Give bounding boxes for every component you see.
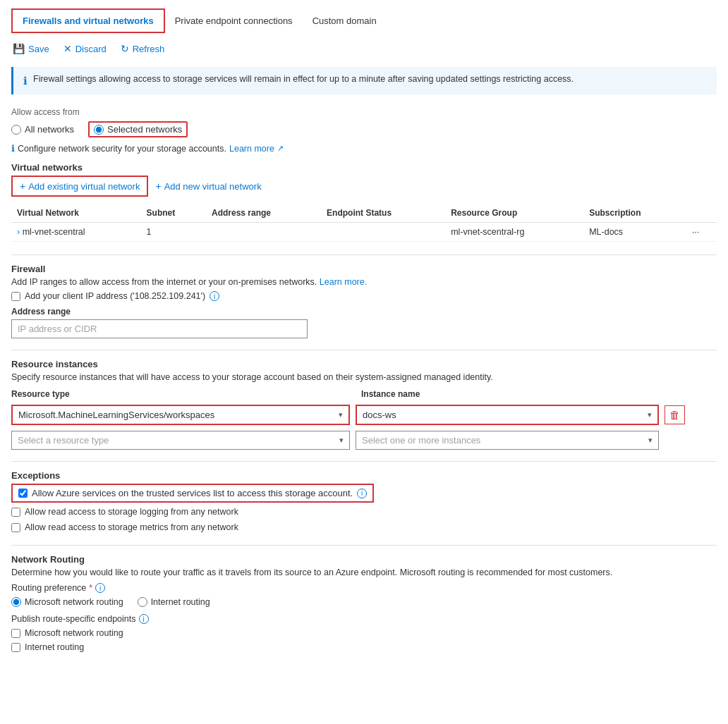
info-banner-icon: ℹ	[23, 75, 28, 87]
resource-row-2: Select a resource type ▾ Select one or m…	[11, 431, 717, 450]
instance-name-col-label: Instance name	[361, 389, 670, 399]
resource-type-dropdown-1[interactable]: Microsoft.MachineLearningServices/worksp…	[11, 405, 350, 425]
access-label: Allow access from	[11, 107, 717, 117]
address-range-label: Address range	[11, 307, 717, 317]
address-range-field: Address range	[11, 307, 717, 338]
vnet-table: Virtual Network Subnet Address range End…	[11, 204, 717, 242]
firewall-description: Add IP ranges to allow access from the i…	[11, 277, 717, 287]
exception-checkbox-2[interactable]	[11, 523, 20, 532]
exception-item-2[interactable]: Allow read access to storage metrics fro…	[11, 522, 717, 532]
col-virtual-network: Virtual Network	[11, 204, 141, 223]
external-link-icon: ↗	[277, 144, 284, 153]
client-ip-checkbox[interactable]: Add your client IP address ('108.252.109…	[11, 291, 717, 301]
col-subnet: Subnet	[141, 204, 206, 223]
network-routing-title: Network Routing	[11, 554, 717, 565]
network-routing-desc: Determine how you would like to route yo…	[11, 567, 717, 577]
tab-firewalls[interactable]: Firewalls and virtual networks	[11, 8, 165, 33]
vnet-name-cell: › ml-vnet-scentral	[11, 223, 141, 242]
access-info-line: ℹ Configure network security for your st…	[11, 143, 717, 154]
publish-microsoft-checkbox[interactable]	[11, 629, 20, 638]
resource-type-chevron-2: ▾	[339, 436, 344, 445]
client-ip-info-icon: i	[210, 291, 219, 301]
network-routing-section: Network Routing Determine how you would …	[11, 554, 717, 652]
vnet-address-cell	[206, 223, 321, 242]
instance-name-dropdown-2[interactable]: Select one or more instances ▾	[356, 431, 659, 450]
vnet-endpoint-cell	[321, 223, 445, 242]
publish-label: Publish route-specific endpoints i	[11, 614, 717, 624]
delete-resource-row-1-button[interactable]: 🗑	[665, 405, 685, 424]
resource-instances-desc: Specify resource instances that will hav…	[11, 372, 717, 382]
resource-type-col-label: Resource type	[11, 389, 356, 399]
publish-info-icon: i	[139, 614, 149, 624]
add-vnet-group: + Add existing virtual network + Add new…	[11, 176, 717, 197]
instance-name-chevron-2: ▾	[648, 436, 653, 445]
col-actions	[686, 204, 717, 223]
tab-bar: Firewalls and virtual networks Private e…	[11, 8, 717, 33]
exception-checkbox-0[interactable]	[18, 489, 28, 498]
vnet-subnet-cell: 1	[141, 223, 206, 242]
publish-internet-routing[interactable]: Internet routing	[11, 642, 717, 652]
exception-item-1[interactable]: Allow read access to storage logging fro…	[11, 507, 717, 517]
resource-type-dropdown-2[interactable]: Select a resource type ▾	[11, 431, 350, 450]
instance-name-chevron-1: ▾	[648, 410, 652, 419]
refresh-button[interactable]: ↻ Refresh	[119, 40, 166, 57]
tab-custom-domain[interactable]: Custom domain	[303, 10, 387, 32]
access-section: Allow access from All networks Selected …	[11, 107, 717, 154]
refresh-icon: ↻	[121, 43, 129, 54]
microsoft-routing-radio[interactable]: Microsoft network routing	[11, 597, 123, 607]
access-radio-group: All networks Selected networks	[11, 121, 717, 137]
selected-networks-radio[interactable]: Selected networks	[88, 121, 188, 137]
col-subscription: Subscription	[583, 204, 686, 223]
publish-internet-checkbox[interactable]	[11, 643, 20, 652]
exceptions-section: Exceptions Allow Azure services on the t…	[11, 470, 717, 532]
tab-private-endpoints[interactable]: Private endpoint connections	[165, 10, 303, 32]
plus-icon-new: +	[155, 180, 161, 192]
vnet-rg-cell: ml-vnet-scentral-rg	[445, 223, 583, 242]
firewall-learn-more-link[interactable]: Learn more.	[320, 277, 367, 287]
publish-microsoft-routing[interactable]: Microsoft network routing	[11, 628, 717, 638]
info-banner: ℹ Firewall settings allowing access to s…	[11, 67, 717, 94]
vnet-sub-cell: ML-docs	[583, 223, 686, 242]
resource-row-1: Microsoft.MachineLearningServices/worksp…	[11, 405, 717, 425]
vnet-more-cell[interactable]: ···	[686, 223, 717, 242]
firewall-section: Firewall Add IP ranges to allow access f…	[11, 264, 717, 338]
virtual-networks-section: Virtual networks + Add existing virtual …	[11, 162, 717, 242]
exception-info-icon-0: i	[357, 489, 367, 498]
row-expand-chevron[interactable]: ›	[17, 227, 20, 237]
exception-checkbox-1[interactable]	[11, 508, 20, 517]
ip-address-input[interactable]	[11, 319, 308, 338]
save-icon: 💾	[13, 43, 25, 54]
col-resource-group: Resource Group	[445, 204, 583, 223]
discard-button[interactable]: ✕ Discard	[62, 40, 108, 57]
toolbar: 💾 Save ✕ Discard ↻ Refresh	[11, 40, 717, 57]
save-button[interactable]: 💾 Save	[11, 40, 51, 57]
exceptions-title: Exceptions	[11, 470, 717, 481]
all-networks-radio[interactable]: All networks	[11, 124, 74, 135]
resource-instances-title: Resource instances	[11, 359, 717, 369]
virtual-networks-title: Virtual networks	[11, 162, 717, 173]
routing-pref-info-icon: i	[95, 583, 105, 593]
table-row: › ml-vnet-scentral 1 ml-vnet-scentral-rg…	[11, 223, 717, 242]
required-star: *	[89, 583, 92, 593]
resource-instances-section: Resource instances Specify resource inst…	[11, 359, 717, 450]
discard-icon: ✕	[63, 43, 72, 54]
add-new-vnet-button[interactable]: + Add new virtual network	[148, 177, 268, 195]
firewall-title: Firewall	[11, 264, 717, 274]
resource-type-chevron-1: ▾	[339, 410, 343, 419]
exception-item-0[interactable]: Allow Azure services on the trusted serv…	[11, 484, 374, 503]
routing-preference-label: Routing preference * i	[11, 583, 717, 593]
col-address-range: Address range	[206, 204, 321, 223]
internet-routing-radio[interactable]: Internet routing	[138, 597, 210, 607]
plus-icon-existing: +	[20, 180, 25, 192]
col-endpoint-status: Endpoint Status	[321, 204, 445, 223]
instance-name-dropdown-1[interactable]: docs-ws ▾	[356, 405, 659, 425]
add-existing-vnet-button[interactable]: + Add existing virtual network	[11, 176, 148, 197]
routing-radio-group: Microsoft network routing Internet routi…	[11, 597, 717, 607]
access-info-icon: ℹ	[11, 143, 15, 154]
access-learn-more-link[interactable]: Learn more	[229, 144, 274, 154]
